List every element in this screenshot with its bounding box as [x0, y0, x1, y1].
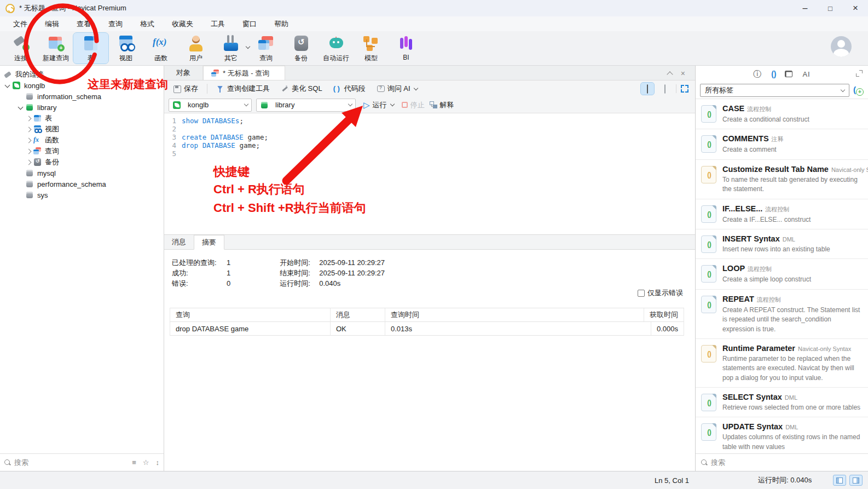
tree-item[interactable]: 备份 — [0, 157, 164, 168]
toolbar-button[interactable]: 连接 — [3, 33, 38, 64]
snippet-item[interactable]: UPDATE SyntaxDML Updates columns of exis… — [696, 417, 868, 453]
connection-select[interactable]: konglb — [169, 99, 252, 112]
run-button[interactable]: 运行 — [360, 99, 397, 111]
tree-item[interactable]: mysql — [0, 168, 164, 179]
menu-item[interactable]: 查看 — [68, 17, 100, 31]
snippet-item[interactable]: Customize Result Tab NameNavicat-only Sy… — [696, 160, 868, 199]
tree-item[interactable]: library — [0, 102, 164, 113]
beautify-sql-button[interactable]: 美化 SQL — [276, 82, 327, 95]
snippet-item[interactable]: LOOP流程控制 Create a simple loop construct — [696, 259, 868, 289]
toolbar-button[interactable]: 自动运行 — [319, 33, 354, 64]
toolbar-button[interactable]: 表 — [73, 33, 108, 64]
tree-item[interactable]: sys — [0, 189, 164, 200]
tree-item[interactable]: performance_schema — [0, 179, 164, 189]
results-column-header[interactable]: 消息 — [330, 308, 385, 321]
snippet-search-input[interactable]: 搜索 — [711, 458, 725, 468]
code-line[interactable]: 1show DATABASEs; — [164, 117, 695, 125]
collapse-all-icon[interactable]: ↕ — [156, 458, 160, 467]
results-column-header[interactable]: 获取时间 — [644, 308, 684, 321]
toolbar-button[interactable]: 用户 — [178, 33, 213, 64]
tree-chevron-icon[interactable] — [16, 92, 25, 101]
snippet-item[interactable]: COMMENTS注释 Create a comment — [696, 129, 868, 159]
favorite-star-icon[interactable]: ☆ — [143, 458, 149, 467]
snippet-tag-filter-select[interactable]: 所有标签 — [700, 84, 849, 97]
results-tab[interactable]: 消息 — [164, 235, 194, 249]
code-line[interactable]: 4drop DATABASE game; — [164, 141, 695, 149]
toolbar-button[interactable]: BI — [389, 33, 424, 64]
new-snippet-icon[interactable] — [853, 85, 864, 96]
checkbox-icon[interactable] — [638, 290, 645, 297]
document-tab[interactable]: 对象 — [164, 66, 203, 80]
snippet-item[interactable]: CASE流程控制 Create a conditional construct — [696, 99, 868, 129]
toolbar-button[interactable]: 查询 — [248, 33, 283, 64]
toolbar-button[interactable]: 函数 — [143, 33, 178, 64]
menu-item[interactable]: 格式 — [131, 17, 163, 31]
toolbar-button[interactable]: 备份 — [283, 33, 319, 64]
run-dropdown-caret-icon[interactable] — [390, 102, 394, 106]
split-horizontal-button[interactable] — [641, 83, 654, 95]
snippet-item[interactable]: INSERT SyntaxDML Insert new rows into an… — [696, 229, 868, 259]
sidebar-search-input[interactable]: 搜索 — [14, 458, 28, 468]
tree-item[interactable]: 视图 — [0, 124, 164, 135]
tree-chevron-icon[interactable] — [24, 158, 33, 166]
results-column-header[interactable]: 查询 — [170, 308, 330, 321]
tree-item[interactable]: 我的连接 — [0, 69, 164, 80]
tree-chevron-icon[interactable] — [24, 114, 33, 123]
tree-chevron-icon[interactable] — [3, 81, 12, 90]
menu-item[interactable]: 窗口 — [234, 17, 265, 31]
toggle-right-panel-button[interactable] — [849, 475, 863, 486]
ask-ai-dropdown-caret-icon[interactable] — [413, 85, 418, 90]
snippet-item[interactable]: REPEAT流程控制 Create A REPEAT construct. Th… — [696, 290, 868, 339]
results-column-header[interactable]: 查询时间 — [385, 308, 644, 321]
snippet-item[interactable]: SELECT SyntaxDML Retrieve rows selected … — [696, 388, 868, 417]
only-show-errors-checkbox[interactable]: 仅显示错误 — [638, 288, 683, 298]
close-button[interactable] — [843, 0, 868, 16]
user-avatar[interactable] — [831, 36, 852, 57]
tree-chevron-icon[interactable] — [16, 103, 25, 112]
expand-panel-icon[interactable] — [856, 70, 863, 77]
menu-item[interactable]: 文件 — [4, 17, 36, 31]
toolbar-button[interactable]: 新建查询 — [38, 33, 73, 64]
code-snippet-button[interactable]: 代码段 — [329, 82, 370, 95]
menu-item[interactable]: 工具 — [202, 17, 234, 31]
menu-item[interactable]: 帮助 — [265, 17, 297, 31]
document-tab[interactable]: * 无标题 - 查询 — [203, 66, 285, 80]
fullscreen-icon[interactable] — [681, 85, 688, 93]
close-panel-icon[interactable] — [681, 70, 685, 77]
tree-item[interactable]: konglb — [0, 80, 164, 91]
tree-chevron-icon[interactable] — [24, 136, 33, 145]
maximize-button[interactable] — [818, 0, 843, 16]
snippet-item[interactable]: IF...ELSE...流程控制 Create a IF...ELSE... c… — [696, 199, 868, 229]
menu-item[interactable]: 查询 — [100, 17, 131, 31]
results-table-row[interactable]: drop DATABASE gameOK0.013s0.000s — [170, 322, 684, 336]
tree-item[interactable]: information_schema — [0, 91, 164, 102]
tree-chevron-icon[interactable] — [16, 169, 25, 177]
minimize-button[interactable] — [792, 0, 818, 16]
code-line[interactable]: 3create DATABASE game; — [164, 133, 695, 141]
split-vertical-button[interactable] — [658, 83, 672, 95]
database-select[interactable]: library — [256, 99, 356, 112]
tree-item[interactable]: 函数 — [0, 135, 164, 146]
snippet-item[interactable]: Runtime ParameterNavicat-only Syntax Run… — [696, 339, 868, 388]
sql-editor[interactable]: 1show DATABASEs;23create DATABASE game;4… — [164, 113, 695, 234]
tree-chevron-icon[interactable] — [24, 125, 33, 134]
save-button[interactable]: 保存 — [169, 82, 202, 95]
toolbar-button[interactable]: 视图 — [108, 33, 143, 64]
tree-item[interactable]: 查询 — [0, 146, 164, 157]
toolbar-button[interactable]: 其它 — [213, 33, 248, 64]
tree-chevron-icon[interactable] — [16, 180, 25, 188]
toolbar-button[interactable]: 模型 — [354, 33, 389, 64]
tree-chevron-icon[interactable] — [16, 191, 25, 199]
code-line[interactable]: 2 — [164, 125, 695, 133]
toggle-left-panel-button[interactable] — [833, 475, 846, 486]
tree-chevron-icon[interactable] — [24, 147, 33, 156]
results-tab[interactable]: 摘要 — [194, 235, 224, 250]
filter-icon[interactable]: ≡ — [132, 458, 136, 467]
ask-ai-button[interactable]: 询问 AI — [372, 82, 422, 95]
tree-item[interactable]: 表 — [0, 113, 164, 124]
table-view-icon[interactable] — [785, 71, 792, 77]
query-builder-button[interactable]: 查询创建工具 — [212, 82, 274, 95]
ai-panel-icon[interactable]: AI — [802, 70, 810, 78]
explain-button[interactable]: 解释 — [429, 100, 454, 110]
collapse-panel-icon[interactable] — [667, 71, 673, 77]
